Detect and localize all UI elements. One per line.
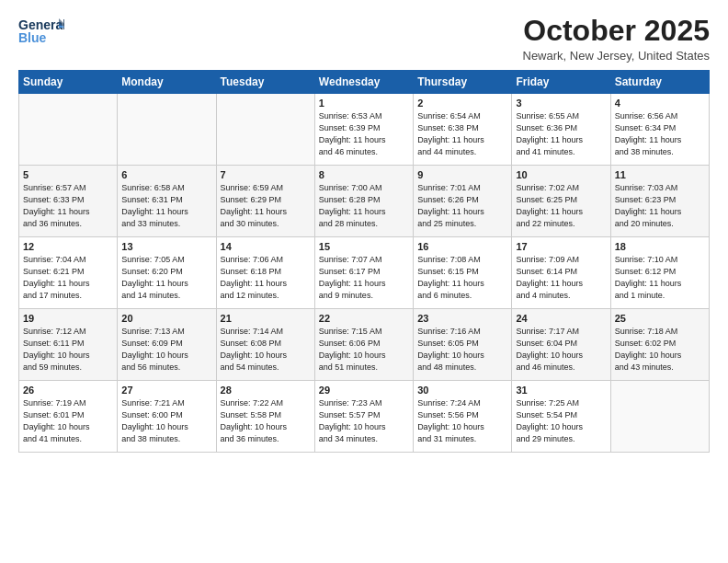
day-number: 6 [121,169,211,180]
calendar-cell: 24Sunrise: 7:17 AMSunset: 6:04 PMDayligh… [512,309,610,381]
col-monday: Monday [118,71,216,94]
day-number: 13 [121,241,211,252]
day-info: Sunrise: 7:21 AMSunset: 6:00 PMDaylight:… [121,397,211,445]
day-info: Sunrise: 6:55 AMSunset: 6:36 PMDaylight:… [516,110,606,158]
month-title: October 2025 [523,15,711,47]
calendar-cell: 26Sunrise: 7:19 AMSunset: 6:01 PMDayligh… [19,381,118,453]
calendar-cell: 9Sunrise: 7:01 AMSunset: 6:26 PMDaylight… [414,166,512,237]
day-number: 30 [417,385,507,396]
calendar-cell: 29Sunrise: 7:23 AMSunset: 5:57 PMDayligh… [314,381,413,453]
day-number: 28 [221,385,311,396]
col-wednesday: Wednesday [314,71,413,94]
day-info: Sunrise: 7:14 AMSunset: 6:08 PMDaylight:… [221,326,311,373]
day-info: Sunrise: 7:05 AMSunset: 6:20 PMDaylight:… [121,254,211,302]
calendar-cell: 11Sunrise: 7:03 AMSunset: 6:23 PMDayligh… [610,166,709,237]
calendar-cell [610,381,709,453]
day-info: Sunrise: 7:03 AMSunset: 6:23 PMDaylight:… [615,182,705,230]
day-number: 21 [221,313,311,324]
day-number: 15 [319,241,409,252]
calendar-cell: 25Sunrise: 7:18 AMSunset: 6:02 PMDayligh… [610,309,709,381]
day-info: Sunrise: 7:10 AMSunset: 6:12 PMDaylight:… [615,254,705,302]
day-number: 26 [23,385,113,396]
calendar-cell: 18Sunrise: 7:10 AMSunset: 6:12 PMDayligh… [610,237,709,309]
calendar-cell: 14Sunrise: 7:06 AMSunset: 6:18 PMDayligh… [216,237,314,309]
calendar-cell: 5Sunrise: 6:57 AMSunset: 6:33 PMDaylight… [19,166,118,237]
day-info: Sunrise: 7:15 AMSunset: 6:06 PMDaylight:… [319,326,409,373]
day-number: 24 [516,313,606,324]
logo: General Blue [18,15,64,46]
day-info: Sunrise: 6:59 AMSunset: 6:29 PMDaylight:… [221,182,311,230]
day-number: 11 [615,169,705,180]
day-info: Sunrise: 7:22 AMSunset: 5:58 PMDaylight:… [221,397,311,445]
day-number: 22 [319,313,409,324]
calendar-cell [19,94,118,166]
calendar-cell: 19Sunrise: 7:12 AMSunset: 6:11 PMDayligh… [19,309,118,381]
calendar-cell: 2Sunrise: 6:54 AMSunset: 6:38 PMDaylight… [414,94,512,166]
col-friday: Friday [512,71,610,94]
calendar-week-1: 5Sunrise: 6:57 AMSunset: 6:33 PMDaylight… [19,166,710,237]
day-number: 19 [23,313,113,324]
day-number: 4 [615,98,705,109]
day-number: 18 [615,241,705,252]
calendar-cell: 3Sunrise: 6:55 AMSunset: 6:36 PMDaylight… [512,94,610,166]
day-info: Sunrise: 7:24 AMSunset: 5:56 PMDaylight:… [417,397,507,445]
day-info: Sunrise: 7:07 AMSunset: 6:17 PMDaylight:… [319,254,409,302]
calendar-cell: 13Sunrise: 7:05 AMSunset: 6:20 PMDayligh… [118,237,216,309]
day-number: 12 [23,241,113,252]
day-number: 17 [516,241,606,252]
day-info: Sunrise: 6:53 AMSunset: 6:39 PMDaylight:… [319,110,409,158]
calendar-cell: 4Sunrise: 6:56 AMSunset: 6:34 PMDaylight… [610,94,709,166]
day-info: Sunrise: 7:04 AMSunset: 6:21 PMDaylight:… [23,254,113,302]
day-number: 2 [417,98,507,109]
day-number: 3 [516,98,606,109]
calendar-cell: 15Sunrise: 7:07 AMSunset: 6:17 PMDayligh… [314,237,413,309]
calendar-cell: 21Sunrise: 7:14 AMSunset: 6:08 PMDayligh… [216,309,314,381]
calendar-week-3: 19Sunrise: 7:12 AMSunset: 6:11 PMDayligh… [19,309,710,381]
day-number: 20 [121,313,211,324]
day-number: 29 [319,385,409,396]
logo-icon: General Blue [18,15,64,46]
calendar-cell [118,94,216,166]
day-info: Sunrise: 7:25 AMSunset: 5:54 PMDaylight:… [516,397,606,445]
calendar-week-2: 12Sunrise: 7:04 AMSunset: 6:21 PMDayligh… [19,237,710,309]
calendar-cell: 12Sunrise: 7:04 AMSunset: 6:21 PMDayligh… [19,237,118,309]
day-info: Sunrise: 7:09 AMSunset: 6:14 PMDaylight:… [516,254,606,302]
calendar-cell: 10Sunrise: 7:02 AMSunset: 6:25 PMDayligh… [512,166,610,237]
col-sunday: Sunday [19,71,118,94]
col-tuesday: Tuesday [216,71,314,94]
day-info: Sunrise: 7:02 AMSunset: 6:25 PMDaylight:… [516,182,606,230]
calendar-cell: 31Sunrise: 7:25 AMSunset: 5:54 PMDayligh… [512,381,610,453]
calendar-cell: 27Sunrise: 7:21 AMSunset: 6:00 PMDayligh… [118,381,216,453]
day-info: Sunrise: 6:54 AMSunset: 6:38 PMDaylight:… [417,110,507,158]
day-info: Sunrise: 6:58 AMSunset: 6:31 PMDaylight:… [121,182,211,230]
calendar-cell: 8Sunrise: 7:00 AMSunset: 6:28 PMDaylight… [314,166,413,237]
day-number: 1 [319,98,409,109]
calendar-cell: 22Sunrise: 7:15 AMSunset: 6:06 PMDayligh… [314,309,413,381]
calendar-week-0: 1Sunrise: 6:53 AMSunset: 6:39 PMDaylight… [19,94,710,166]
svg-text:Blue: Blue [18,30,47,45]
calendar-cell: 17Sunrise: 7:09 AMSunset: 6:14 PMDayligh… [512,237,610,309]
day-info: Sunrise: 7:06 AMSunset: 6:18 PMDaylight:… [221,254,311,302]
calendar-week-4: 26Sunrise: 7:19 AMSunset: 6:01 PMDayligh… [19,381,710,453]
day-info: Sunrise: 6:57 AMSunset: 6:33 PMDaylight:… [23,182,113,230]
day-number: 27 [121,385,211,396]
day-number: 7 [221,169,311,180]
day-info: Sunrise: 7:18 AMSunset: 6:02 PMDaylight:… [615,326,705,373]
calendar-table: Sunday Monday Tuesday Wednesday Thursday… [18,70,710,453]
day-info: Sunrise: 7:00 AMSunset: 6:28 PMDaylight:… [319,182,409,230]
calendar-cell: 16Sunrise: 7:08 AMSunset: 6:15 PMDayligh… [414,237,512,309]
day-info: Sunrise: 7:01 AMSunset: 6:26 PMDaylight:… [417,182,507,230]
day-info: Sunrise: 6:56 AMSunset: 6:34 PMDaylight:… [615,110,705,158]
calendar-cell: 23Sunrise: 7:16 AMSunset: 6:05 PMDayligh… [414,309,512,381]
day-number: 14 [221,241,311,252]
calendar-cell: 28Sunrise: 7:22 AMSunset: 5:58 PMDayligh… [216,381,314,453]
calendar-cell [216,94,314,166]
day-number: 25 [615,313,705,324]
day-info: Sunrise: 7:13 AMSunset: 6:09 PMDaylight:… [121,326,211,373]
calendar-header-row: Sunday Monday Tuesday Wednesday Thursday… [19,71,710,94]
day-info: Sunrise: 7:16 AMSunset: 6:05 PMDaylight:… [417,326,507,373]
calendar-cell: 6Sunrise: 6:58 AMSunset: 6:31 PMDaylight… [118,166,216,237]
location: Newark, New Jersey, United States [523,49,711,63]
day-info: Sunrise: 7:08 AMSunset: 6:15 PMDaylight:… [417,254,507,302]
calendar-cell: 20Sunrise: 7:13 AMSunset: 6:09 PMDayligh… [118,309,216,381]
